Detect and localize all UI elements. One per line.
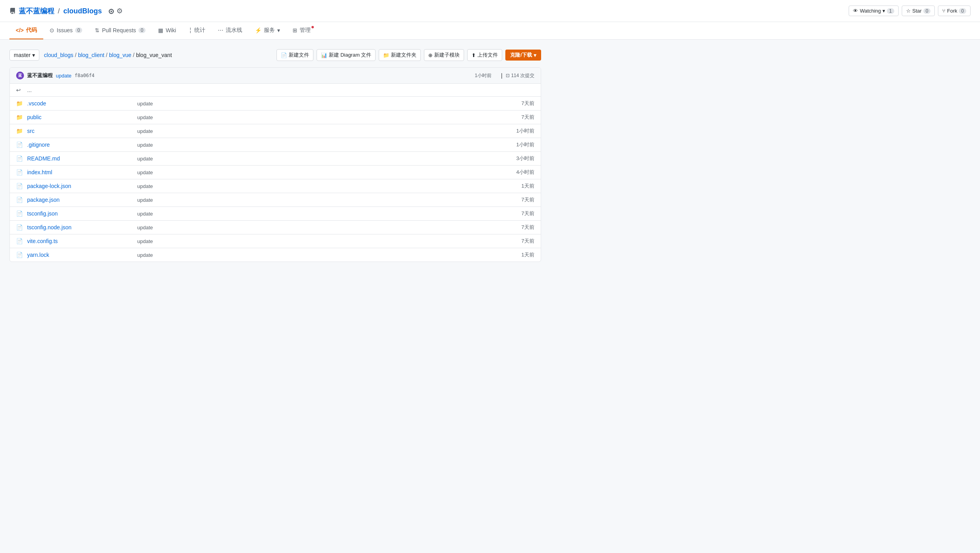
file-time: 4小时前	[503, 169, 534, 176]
fork-count: 0	[959, 8, 966, 14]
file-commit: update	[137, 101, 503, 107]
tab-manage-label: 管理	[300, 27, 311, 34]
file-row[interactable]: 📄 yarn.lock update 1天前	[10, 248, 541, 262]
file-time: 7天前	[503, 224, 534, 231]
back-label: ...	[27, 87, 32, 93]
file-name[interactable]: src	[27, 128, 137, 134]
new-diagram-label: 新建 Diagram 文件	[329, 52, 371, 59]
upload-button[interactable]: ⬆ 上传文件	[467, 49, 502, 61]
file-time: 1小时前	[503, 127, 534, 135]
file-row[interactable]: 📄 tsconfig.json update 7天前	[10, 207, 541, 221]
file-icon: 📄	[16, 252, 24, 258]
new-file-label: 新建文件	[289, 52, 309, 59]
manage-dot	[311, 26, 314, 28]
toolbar-actions: 📄 新建文件 📊 新建 Diagram 文件 📁 新建文件夹 ⊕ 新建子模块 ⬆…	[276, 49, 541, 61]
tab-manage[interactable]: ⊞ 管理	[286, 22, 317, 39]
file-icon: 📄	[16, 238, 24, 244]
file-time: 1天前	[503, 251, 534, 258]
file-row[interactable]: 📁 public update 7天前	[10, 111, 541, 124]
new-folder-button[interactable]: 📁 新建文件夹	[379, 49, 421, 61]
header-right: 👁 Watching ▾ 1 ☆ Star 0 ⑂ Fork 0	[849, 6, 971, 16]
file-icon: 📄	[16, 155, 24, 162]
commit-hash[interactable]: f8a06f4	[75, 73, 95, 78]
commit-user: 蓝不蓝编程	[27, 72, 53, 79]
commit-bar: 蓝 蓝不蓝编程 update f8a06f4 1小时前 | ⊡ 114 次提交	[10, 68, 541, 84]
breadcrumb-sep-3: /	[133, 52, 134, 58]
tab-services[interactable]: ⚡ 服务 ▾	[249, 22, 286, 39]
file-time: 7天前	[503, 210, 534, 217]
tab-pipeline[interactable]: ⋯ 流水线	[212, 22, 249, 39]
breadcrumb-cloud-blogs[interactable]: cloud_blogs	[44, 52, 74, 58]
fork-button[interactable]: ⑂ Fork 0	[938, 6, 971, 16]
file-name[interactable]: index.html	[27, 169, 137, 175]
commit-count-separator: |	[501, 72, 503, 79]
file-row[interactable]: 📄 tsconfig.node.json update 7天前	[10, 221, 541, 234]
upload-icon: ⬆	[472, 52, 476, 58]
file-row[interactable]: 📄 package.json update 7天前	[10, 193, 541, 207]
file-row-back[interactable]: ↩ ...	[10, 84, 541, 97]
file-add-icon: 📄	[281, 52, 287, 58]
file-row[interactable]: 📄 package-lock.json update 1天前	[10, 179, 541, 193]
commit-message[interactable]: update	[56, 73, 72, 79]
branch-selector[interactable]: master ▾	[9, 50, 39, 61]
main-content: master ▾ cloud_blogs / blog_client / blo…	[0, 40, 551, 271]
watching-button[interactable]: 👁 Watching ▾ 1	[849, 6, 898, 16]
file-name[interactable]: yarn.lock	[27, 252, 137, 258]
file-commit: update	[137, 252, 503, 258]
tab-issues[interactable]: ⊙ Issues 0	[43, 22, 88, 39]
star-button[interactable]: ☆ Star 0	[902, 6, 935, 16]
repo-owner-link[interactable]: 蓝不蓝编程	[19, 7, 54, 15]
chevron-down-icon: ▾	[277, 27, 280, 33]
avatar: 蓝	[16, 72, 24, 79]
file-name[interactable]: vite.config.ts	[27, 238, 137, 244]
file-name[interactable]: tsconfig.node.json	[27, 224, 137, 230]
tab-stats[interactable]: ╎ 统计	[182, 22, 212, 39]
star-label: Star	[912, 8, 922, 14]
file-row[interactable]: 📄 .gitignore update 1小时前	[10, 138, 541, 152]
tab-stats-label: 统计	[194, 27, 205, 34]
tab-issues-label: Issues	[57, 27, 72, 33]
file-name[interactable]: tsconfig.json	[27, 210, 137, 217]
new-diagram-button[interactable]: 📊 新建 Diagram 文件	[317, 49, 376, 61]
file-icon: 📄	[16, 224, 24, 230]
tab-pipeline-label: 流水线	[226, 27, 242, 34]
repo-title: 蓝不蓝编程 / cloudBlogs	[19, 6, 102, 16]
tab-wiki[interactable]: ▦ Wiki	[152, 22, 182, 39]
manage-icon: ⊞	[293, 27, 297, 33]
folder-add-icon: 📁	[383, 52, 389, 58]
file-name[interactable]: package-lock.json	[27, 183, 137, 189]
breadcrumb-blog-vue[interactable]: blog_vue	[109, 52, 131, 58]
file-name[interactable]: package.json	[27, 197, 137, 203]
repo-name-link[interactable]: cloudBlogs	[63, 7, 102, 15]
clone-button[interactable]: 克隆/下载 ▾	[505, 50, 541, 61]
tab-pullrequests[interactable]: ⇅ Pull Requests 0	[88, 22, 152, 39]
diagram-icon: 📊	[321, 52, 327, 58]
file-row[interactable]: 📄 index.html update 4小时前	[10, 166, 541, 179]
file-row[interactable]: 📄 vite.config.ts update 7天前	[10, 234, 541, 248]
commit-count[interactable]: ⊡ 114 次提交	[506, 72, 534, 79]
file-row[interactable]: 📁 .vscode update 7天前	[10, 97, 541, 111]
toolbar: master ▾ cloud_blogs / blog_client / blo…	[9, 49, 541, 61]
file-commit: update	[137, 211, 503, 217]
chevron-down-icon: ▾	[882, 8, 885, 14]
file-name[interactable]: .gitignore	[27, 142, 137, 148]
file-name[interactable]: README.md	[27, 155, 137, 162]
file-icon: 📄	[16, 142, 24, 148]
file-rows: 📁 .vscode update 7天前 📁 public update 7天前…	[10, 97, 541, 262]
file-row[interactable]: 📄 README.md update 3小时前	[10, 152, 541, 166]
file-name[interactable]: .vscode	[27, 100, 137, 107]
tab-code[interactable]: </> 代码	[9, 22, 43, 39]
new-file-button[interactable]: 📄 新建文件	[276, 49, 313, 61]
settings-icon[interactable]: ⚙	[108, 7, 123, 15]
file-icon: 📄	[16, 197, 24, 203]
header-left: 蓝不蓝编程 / cloudBlogs ⚙	[9, 6, 849, 16]
new-submodule-button[interactable]: ⊕ 新建子模块	[424, 49, 464, 61]
new-folder-label: 新建文件夹	[391, 52, 416, 59]
pr-icon: ⇅	[95, 27, 99, 33]
file-name[interactable]: public	[27, 114, 137, 120]
file-icon: 📄	[16, 183, 24, 189]
breadcrumb-blog-client[interactable]: blog_client	[78, 52, 104, 58]
file-row[interactable]: 📁 src update 1小时前	[10, 124, 541, 138]
watching-label: Watching	[860, 8, 881, 14]
header: 蓝不蓝编程 / cloudBlogs ⚙ 👁 Watching ▾ 1 ☆ St…	[0, 0, 980, 22]
